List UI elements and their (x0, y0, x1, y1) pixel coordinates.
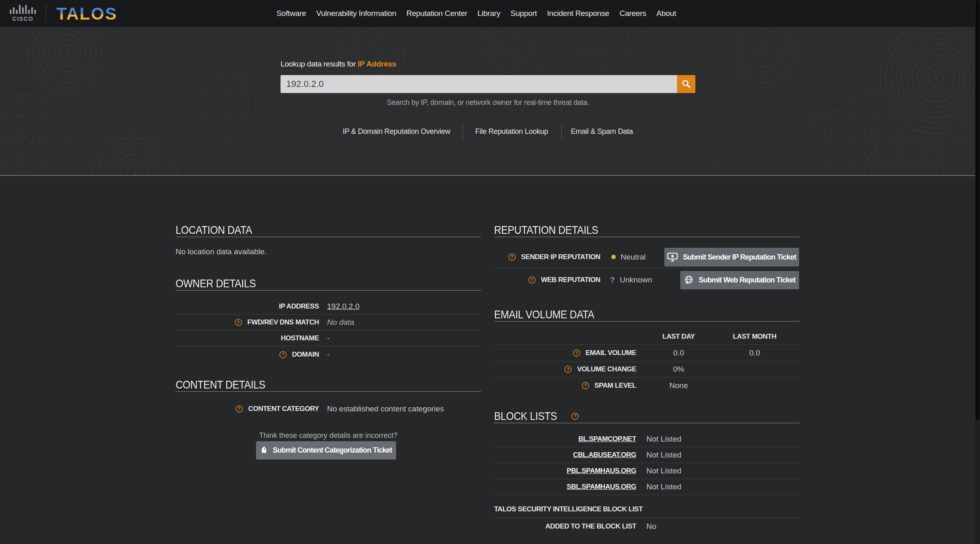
table-row: DOMAIN - (176, 346, 481, 362)
scrollbar-thumb[interactable] (976, 0, 980, 420)
email-volume-data-heading: EMAIL VOLUME DATA (494, 308, 800, 322)
nav-library[interactable]: Library (477, 9, 500, 18)
email-volume-header-row: LAST DAY LAST MONTH (494, 329, 800, 345)
submit-web-reputation-ticket-button[interactable]: Submit Web Reputation Ticket (680, 271, 799, 289)
no-location-text: No location data available. (176, 247, 267, 256)
row-label: IP ADDRESS (279, 302, 319, 311)
row-value: Not Listed (646, 451, 682, 459)
web-reputation-row: WEB REPUTATION ? Unknown Submit Web Repu… (494, 269, 800, 291)
nav-reputation-center[interactable]: Reputation Center (406, 9, 467, 18)
neutral-status-dot (611, 255, 616, 259)
blocklist-link[interactable]: SBL.SPAMHAUS.ORG (567, 483, 636, 491)
owner-details-heading: OWNER DETAILS (176, 277, 481, 291)
help-icon[interactable] (236, 405, 243, 413)
col-header-last-month: LAST MONTH (721, 333, 788, 341)
table-row: HOSTNAME - (176, 331, 481, 346)
row-value: Not Listed (646, 466, 682, 475)
nav-support[interactable]: Support (510, 9, 537, 18)
help-icon[interactable] (235, 319, 242, 326)
blocklist-link[interactable]: BL.SPAMCOP.NET (578, 435, 636, 443)
search-hint: Search by IP, domain, or network owner f… (281, 98, 695, 107)
row-value: - (327, 334, 330, 342)
nav-about[interactable]: About (657, 9, 676, 18)
added-to-block-list-row: ADDED TO THE BLOCK LIST No (494, 518, 800, 535)
links-divider (561, 123, 562, 141)
row-value: No (646, 522, 656, 531)
web-reputation-status: Unknown (620, 275, 652, 284)
help-icon[interactable] (573, 349, 580, 357)
top-navigation-bar: CISCO TALOS Software Vulnerability Infor… (0, 0, 980, 27)
row-value: 0% (636, 365, 721, 374)
block-lists-heading: BLOCK LISTS (494, 409, 800, 423)
col-header-last-day: LAST DAY (636, 333, 721, 341)
sender-reputation-status: Neutral (621, 253, 646, 262)
row-label: DOMAIN (292, 351, 319, 359)
talos-logo[interactable]: TALOS (56, 4, 117, 24)
table-row: CBL.ABUSEAT.ORG Not Listed (494, 447, 800, 463)
help-icon[interactable] (279, 351, 287, 358)
row-label: HOSTNAME (281, 334, 319, 342)
row-value: 0.0 (721, 349, 788, 357)
table-row: PBL.SPAMHAUS.ORG Not Listed (494, 463, 800, 479)
nav-vulnerability-information[interactable]: Vulnerability Information (316, 9, 396, 18)
help-icon[interactable] (582, 382, 589, 389)
help-icon[interactable] (564, 366, 572, 373)
submit-sender-ip-reputation-ticket-button[interactable]: Submit Sender IP Reputation Ticket (664, 248, 799, 266)
help-icon[interactable] (508, 253, 516, 261)
row-value: Not Listed (646, 482, 682, 491)
link-ip-domain-reputation-overview[interactable]: IP & Domain Reputation Overview (343, 122, 450, 141)
nav-incident-response[interactable]: Incident Response (547, 9, 609, 18)
results-content: LOCATION DATA No location data available… (0, 177, 980, 544)
ip-address-link[interactable]: 192.0.2.0 (327, 302, 359, 311)
content-details-heading: CONTENT DETAILS (176, 378, 481, 392)
row-label: EMAIL VOLUME (586, 349, 636, 357)
block-lists-table: BL.SPAMCOP.NET Not Listed CBL.ABUSEAT.OR… (494, 424, 800, 495)
link-file-reputation-lookup[interactable]: File Reputation Lookup (475, 122, 548, 141)
row-value: - (327, 350, 330, 359)
search-icon (682, 79, 691, 89)
hero-links-row: IP & Domain Reputation Overview File Rep… (0, 122, 980, 141)
table-row: VOLUME CHANGE 0% (494, 362, 800, 377)
search-input[interactable] (281, 75, 677, 93)
table-row: EMAIL VOLUME 0.0 0.0 (494, 345, 800, 362)
blocklist-link[interactable]: CBL.ABUSEAT.ORG (573, 451, 636, 459)
row-label: VOLUME CHANGE (577, 365, 636, 373)
unknown-status-icon: ? (610, 275, 615, 285)
lookup-results-label: Lookup data results for IP Address (281, 60, 396, 69)
row-label: FWD/REV DNS MATCH (247, 318, 319, 326)
row-label: SENDER IP REPUTATION (521, 253, 600, 261)
email-volume-table: LAST DAY LAST MONTH EMAIL VOLUME 0.0 0.0… (494, 322, 800, 393)
table-row: IP ADDRESS 192.0.2.0 (176, 299, 481, 315)
main-nav: Software Vulnerability Information Reput… (276, 0, 676, 27)
row-value: No data (327, 318, 354, 326)
link-email-spam-data[interactable]: Email & Spam Data (571, 122, 633, 141)
reputation-details-heading: REPUTATION DETAILS (494, 223, 800, 237)
nav-software[interactable]: Software (276, 9, 306, 18)
content-category-row: CONTENT CATEGORY No established content … (176, 401, 481, 417)
submit-content-categorization-button[interactable]: Submit Content Categorization Ticket (256, 441, 396, 460)
globe-star-icon (684, 275, 694, 285)
reputation-table: SENDER IP REPUTATION Neutral Submit Send… (494, 246, 800, 291)
owner-details-table: IP ADDRESS 192.0.2.0 FWD/REV DNS MATCH N… (176, 291, 481, 362)
table-row: SPAM LEVEL None (494, 377, 800, 393)
monitor-star-icon (667, 253, 678, 262)
help-icon[interactable] (571, 413, 579, 420)
links-divider (463, 123, 463, 141)
lookup-type-label: IP Address (358, 60, 396, 68)
blocklist-link[interactable]: PBL.SPAMHAUS.ORG (567, 467, 636, 475)
svg-text:CISCO: CISCO (12, 16, 33, 22)
cisco-logo-icon[interactable]: CISCO (9, 5, 37, 22)
nav-careers[interactable]: Careers (619, 9, 646, 18)
row-label: SPAM LEVEL (595, 382, 636, 390)
row-value: 0.0 (636, 349, 721, 357)
brand-divider (46, 5, 46, 22)
scrollbar[interactable] (975, 0, 980, 544)
search-hero-section: Lookup data results for IP Address Searc… (0, 27, 980, 176)
row-value: None (636, 381, 721, 390)
tag-icon (260, 446, 268, 454)
row-label: WEB REPUTATION (541, 276, 600, 284)
row-label: CONTENT CATEGORY (248, 405, 319, 413)
help-icon[interactable] (528, 276, 536, 284)
row-value: No established content categories (327, 404, 444, 413)
search-button[interactable] (677, 75, 695, 93)
